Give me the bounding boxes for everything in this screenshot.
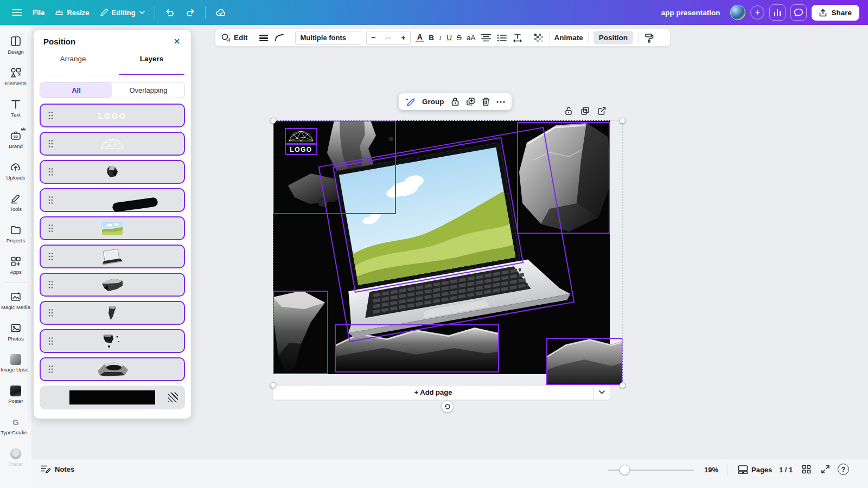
edit-image-button[interactable]: Edit <box>221 33 248 42</box>
close-icon[interactable]: × <box>170 34 183 49</box>
layer-row-background[interactable] <box>40 386 185 409</box>
layer-row-rock-cliff[interactable] <box>40 273 185 297</box>
avatar[interactable] <box>730 5 745 20</box>
layer-row-rock-small[interactable] <box>40 160 185 184</box>
group-button[interactable]: Group <box>422 98 444 106</box>
file-menu-button[interactable]: File <box>27 5 50 20</box>
text-align-button[interactable] <box>481 34 492 42</box>
fullscreen-button[interactable] <box>821 465 830 474</box>
drag-handle-icon[interactable] <box>48 224 53 233</box>
drag-handle-icon[interactable] <box>48 140 53 148</box>
selection-handle-bottom-left[interactable] <box>270 382 276 388</box>
add-page-bar[interactable]: + Add page <box>273 385 610 400</box>
position-button[interactable]: Position <box>593 31 633 44</box>
layer-row-logo-text[interactable]: LOGO <box>40 104 185 127</box>
unlock-page-button[interactable] <box>564 106 573 115</box>
font-size-value[interactable]: -- <box>380 34 396 42</box>
drag-handle-icon[interactable] <box>48 112 53 120</box>
add-page-expand-button[interactable] <box>593 385 610 400</box>
hamburger-menu-button[interactable] <box>7 5 27 20</box>
tab-layers[interactable]: Layers <box>112 55 191 70</box>
sidebar-item-elements[interactable]: Elements <box>0 61 31 92</box>
lock-button[interactable] <box>451 97 459 106</box>
curve-text-button[interactable] <box>274 34 285 42</box>
duplicate-page-button[interactable] <box>580 106 590 115</box>
notes-button[interactable]: Notes <box>41 465 74 473</box>
letter-case-button[interactable]: aA <box>467 34 476 42</box>
bold-button[interactable]: B <box>429 34 434 42</box>
sidebar-item-typegradient[interactable]: G TypeGradie... <box>0 410 31 442</box>
zoom-slider-handle[interactable] <box>620 465 630 475</box>
sidebar-item-uploads[interactable]: Uploads <box>0 155 31 187</box>
drag-handle-icon[interactable] <box>48 365 53 374</box>
share-button[interactable]: Share <box>812 5 859 21</box>
font-size-increase-button[interactable]: + <box>396 34 410 42</box>
selection-handle-bottom-right[interactable] <box>620 382 626 388</box>
sidebar-item-brand[interactable]: co Brand <box>0 124 31 155</box>
selection-handle-top-right[interactable] <box>620 118 626 124</box>
selection-rect-rock-bottom-right[interactable] <box>546 338 623 385</box>
tab-arrange[interactable]: Arrange <box>34 55 112 70</box>
duplicate-button[interactable] <box>466 97 475 106</box>
comments-button[interactable] <box>790 4 807 21</box>
export-page-button[interactable] <box>597 106 607 115</box>
sidebar-item-poster[interactable]: Poster <box>0 379 31 410</box>
canvas-page[interactable]: LOGO <box>273 120 610 374</box>
selection-rect-rock-bottom-left[interactable] <box>273 291 328 374</box>
sidebar-item-magic-media[interactable]: Magic Media <box>0 285 31 316</box>
pages-label[interactable]: Pages <box>751 466 772 474</box>
layer-row-wireframe-dome[interactable] <box>40 132 185 156</box>
filter-overlapping-button[interactable]: Overlapping <box>112 82 184 98</box>
sidebar-item-projects[interactable]: Projects <box>0 218 31 249</box>
sidebar-item-text[interactable]: Text <box>0 92 31 124</box>
sidebar-item-tracer[interactable]: Tracer <box>0 442 31 473</box>
document-title[interactable]: app presentation <box>661 9 720 17</box>
add-member-button[interactable]: + <box>750 5 764 20</box>
font-size-decrease-button[interactable]: − <box>367 34 381 42</box>
transparency-button[interactable] <box>533 33 544 42</box>
strikethrough-button[interactable]: S <box>457 34 462 42</box>
insights-button[interactable] <box>769 4 786 21</box>
underline-button[interactable]: U <box>446 34 452 42</box>
drag-handle-icon[interactable] <box>48 168 53 176</box>
rotate-handle[interactable] <box>441 400 454 413</box>
layer-row-landscape[interactable] <box>40 216 185 240</box>
sidebar-item-tools[interactable]: Tools <box>0 187 31 218</box>
italic-button[interactable]: I <box>439 34 442 42</box>
drag-handle-icon[interactable] <box>48 253 53 261</box>
logo-mark-element[interactable] <box>285 128 317 144</box>
magic-edit-button[interactable] <box>405 97 416 107</box>
selection-rect-rock-top-right[interactable] <box>517 122 610 234</box>
text-spacing-button[interactable] <box>512 34 523 42</box>
bullet-list-button[interactable] <box>496 34 507 42</box>
delete-button[interactable] <box>482 97 490 106</box>
stroke-weight-button[interactable] <box>258 34 269 42</box>
selection-rect-rock-bottom-middle[interactable] <box>335 324 499 373</box>
text-color-button[interactable]: A <box>416 33 424 42</box>
drag-handle-icon[interactable] <box>48 337 53 345</box>
animate-button[interactable]: Animate <box>554 34 583 42</box>
sidebar-item-photos[interactable]: Photos <box>0 316 31 348</box>
redo-button[interactable] <box>180 5 201 20</box>
drag-handle-icon[interactable] <box>48 309 53 317</box>
editing-mode-button[interactable]: Editing <box>95 5 150 20</box>
pages-icon[interactable] <box>738 465 748 474</box>
layer-row-black-pill[interactable] <box>40 188 185 212</box>
sidebar-item-apps[interactable]: Apps <box>0 249 31 281</box>
drag-handle-icon[interactable] <box>48 281 53 289</box>
more-options-button[interactable] <box>496 101 505 103</box>
grid-view-button[interactable] <box>802 465 811 474</box>
undo-button[interactable] <box>159 5 180 20</box>
layer-row-rock-fragments[interactable] <box>40 329 185 353</box>
copy-style-button[interactable] <box>643 33 654 43</box>
filter-all-button[interactable]: All <box>40 82 112 98</box>
layer-row-rock-shard[interactable] <box>40 301 185 325</box>
sidebar-item-design[interactable]: Design <box>0 29 31 61</box>
cloud-save-status-button[interactable] <box>210 5 232 20</box>
zoom-level[interactable]: 19% <box>704 466 718 474</box>
layer-row-laptop[interactable] <box>40 245 185 268</box>
help-button[interactable]: ? <box>838 464 849 475</box>
selection-handle-top-left[interactable] <box>270 118 276 124</box>
layer-row-rock-boulder[interactable] <box>40 357 185 381</box>
drag-handle-icon[interactable] <box>48 196 53 204</box>
